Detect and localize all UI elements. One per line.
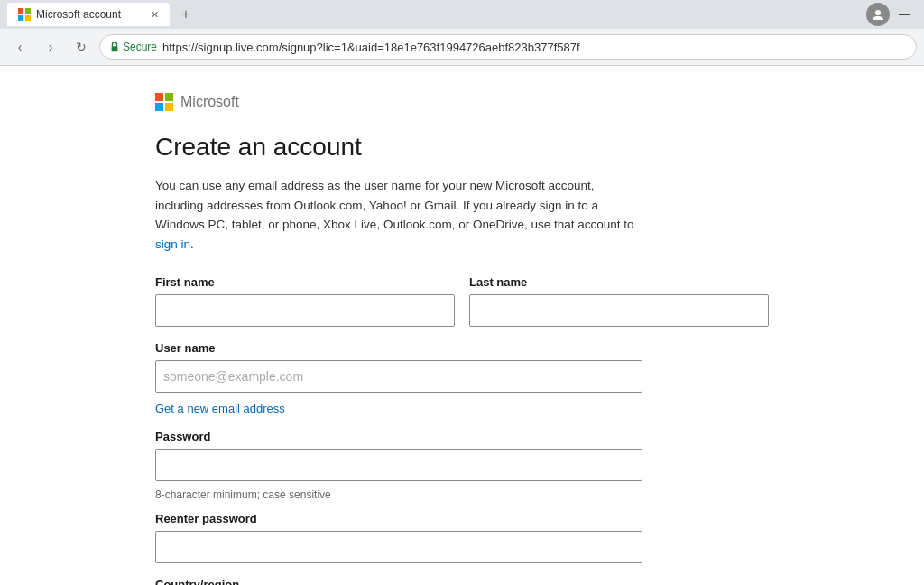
microsoft-logo: Microsoft xyxy=(155,93,769,111)
intro-text: You can use any email address as the use… xyxy=(155,176,642,254)
last-name-label: Last name xyxy=(469,275,769,289)
ms-logo-green xyxy=(165,93,173,101)
forward-button[interactable]: › xyxy=(38,34,63,60)
ms-logo-red xyxy=(155,93,163,101)
svg-rect-5 xyxy=(112,46,118,51)
intro-end: . xyxy=(190,237,194,251)
ms-logo-yellow xyxy=(165,103,173,111)
tab-favicon xyxy=(18,8,31,21)
username-label: User name xyxy=(155,341,769,355)
name-row: First name Last name xyxy=(155,275,769,327)
lock-icon xyxy=(109,42,120,52)
first-name-label: First name xyxy=(155,275,455,289)
address-text: https://signup.live.com/signup?lic=1&uai… xyxy=(162,41,580,54)
username-group: User name xyxy=(155,341,769,393)
first-name-input[interactable] xyxy=(155,294,455,327)
refresh-button[interactable]: ↻ xyxy=(69,34,94,60)
profile-icon xyxy=(872,8,884,21)
browser-titlebar: Microsoft account ✕ + — xyxy=(0,0,924,29)
profile-button[interactable] xyxy=(866,3,890,26)
page-content: Microsoft Create an account You can use … xyxy=(119,66,805,585)
ms-logo-grid xyxy=(155,93,173,111)
ms-logo-text: Microsoft xyxy=(180,94,239,110)
svg-rect-3 xyxy=(25,15,31,21)
intro-body: You can use any email address as the use… xyxy=(155,179,634,231)
password-label: Password xyxy=(155,430,642,443)
tab-close-button[interactable]: ✕ xyxy=(151,9,159,21)
first-name-group: First name xyxy=(155,275,455,327)
svg-point-4 xyxy=(875,10,881,15)
back-button[interactable]: ‹ xyxy=(7,34,32,60)
browser-chrome: Microsoft account ✕ + — ‹ › ↻ Secure xyxy=(0,0,924,66)
password-hint: 8-character minimum; case sensitive xyxy=(155,488,642,501)
password-group: Password 8-character minimum; case sensi… xyxy=(155,430,642,501)
svg-rect-1 xyxy=(25,8,31,14)
get-email-link[interactable]: Get a new email address xyxy=(155,402,285,415)
svg-rect-0 xyxy=(18,8,23,14)
ms-logo-blue xyxy=(155,103,163,111)
minimize-button[interactable]: — xyxy=(892,3,917,26)
reenter-password-input[interactable] xyxy=(155,531,642,563)
secure-badge: Secure xyxy=(109,41,157,53)
last-name-input[interactable] xyxy=(469,294,769,327)
reenter-password-group: Reenter password xyxy=(155,512,642,563)
svg-rect-2 xyxy=(18,15,23,21)
secure-label: Secure xyxy=(123,41,157,53)
username-input[interactable] xyxy=(155,360,642,393)
new-tab-button[interactable]: + xyxy=(173,3,199,26)
page-title: Create an account xyxy=(155,133,769,162)
country-label: Country/region xyxy=(155,578,769,585)
sign-in-link[interactable]: sign in xyxy=(155,237,190,251)
tab-title: Microsoft account xyxy=(36,8,121,21)
browser-tab[interactable]: Microsoft account ✕ xyxy=(7,3,170,26)
last-name-group: Last name xyxy=(469,275,769,327)
country-section: Country/region United Kingdom United Sta… xyxy=(155,578,769,585)
address-bar[interactable]: Secure https://signup.live.com/signup?li… xyxy=(99,34,917,60)
password-input[interactable] xyxy=(155,449,642,481)
browser-toolbar: ‹ › ↻ Secure https://signup.live.com/sig… xyxy=(0,29,924,65)
reenter-label: Reenter password xyxy=(155,512,642,525)
window-controls: — xyxy=(866,3,917,26)
